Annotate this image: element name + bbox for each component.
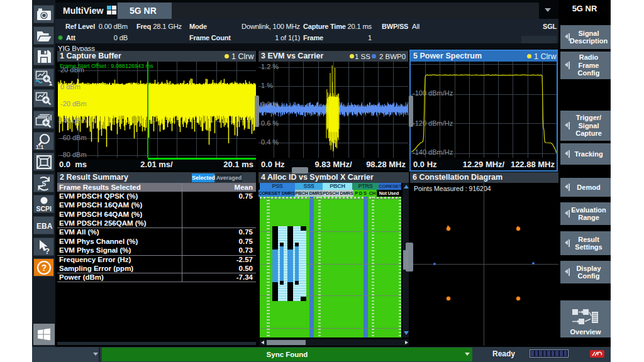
svg-text:SCPI: SCPI [36, 205, 52, 212]
svg-text:?: ? [45, 246, 50, 255]
svg-text:1:1: 1:1 [36, 144, 44, 150]
svg-text:S: S [42, 180, 46, 187]
svg-text:?: ? [41, 263, 47, 273]
svg-text:EBA: EBA [36, 222, 53, 231]
